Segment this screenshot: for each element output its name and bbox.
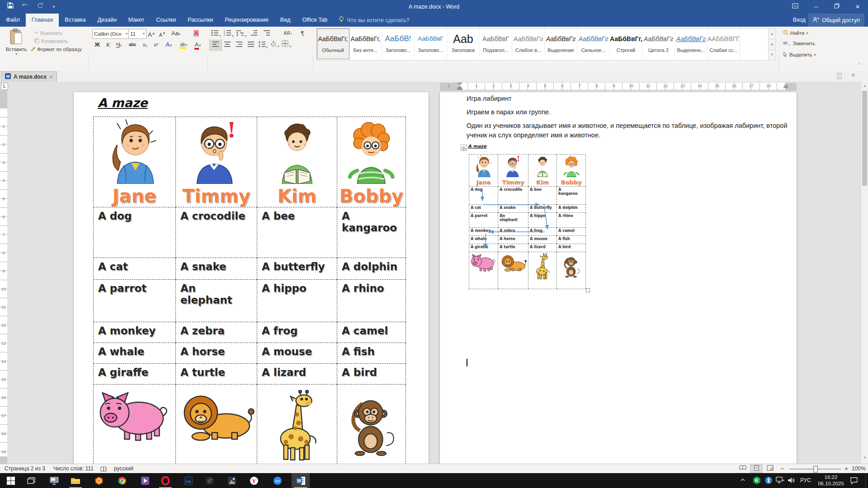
maze-cell-3-3[interactable]: A camel xyxy=(557,228,586,236)
maze-image-cell-lion[interactable] xyxy=(498,252,528,289)
styles-expand-icon[interactable]: ⇟ xyxy=(768,50,776,61)
timmy-kid-image[interactable] xyxy=(504,155,522,177)
align-center-button[interactable] xyxy=(222,40,233,50)
maze-image-cell-monkey[interactable] xyxy=(557,252,586,289)
horizontal-ruler[interactable]: 1 12345678910111213141516171819 xyxy=(440,83,797,90)
maze-cell-0-1[interactable]: A crocodile xyxy=(498,187,528,205)
bobby-kid-image[interactable] xyxy=(562,155,580,177)
maze-cell-3-0[interactable]: A monkey xyxy=(94,322,176,343)
language-indicator[interactable]: русский xyxy=(114,464,133,474)
taskbar-dark-app-icon[interactable] xyxy=(201,473,219,488)
pig-animal-image[interactable] xyxy=(96,389,173,442)
maze-cell-2-0[interactable]: A parrot xyxy=(94,280,176,322)
maze-cell-5-1[interactable]: A turtle xyxy=(176,364,257,385)
table-resize-handle[interactable] xyxy=(586,288,590,292)
page-3[interactable]: Игра лабиринт Играем в парах или группе.… xyxy=(440,92,797,464)
jane-kid-image[interactable] xyxy=(475,155,493,177)
style-item-0[interactable]: АаБбВвГг,Обычный xyxy=(317,28,349,59)
replace-button[interactable]: ab↔Заменить xyxy=(783,41,815,47)
style-item-6[interactable]: АаБбВвГгСлабое в... xyxy=(512,28,545,59)
underline-button[interactable]: Ч▾ xyxy=(113,40,125,49)
style-item-2[interactable]: АаБбВ!Заголово... xyxy=(382,28,415,59)
taskbar-potplayer-icon[interactable] xyxy=(136,473,154,488)
bold-button[interactable]: Ж xyxy=(92,40,102,49)
ribbon-tab-1[interactable]: Главная xyxy=(26,14,59,27)
change-case-button[interactable]: Аа▾ xyxy=(169,29,183,38)
kim-kid-image[interactable] xyxy=(533,155,552,177)
shrink-font-button[interactable]: А▼ xyxy=(157,29,167,38)
maze-image-cell-giraffe[interactable] xyxy=(257,385,337,464)
maze-cell-4-2[interactable]: A mouse xyxy=(257,343,337,364)
maze-header-cell-jane[interactable]: Jane xyxy=(469,155,498,187)
numbered-list-icon[interactable]: 123▾ xyxy=(222,29,235,38)
page3-subheading[interactable]: Играем в парах или группе. xyxy=(467,108,551,116)
tab-stop-selector[interactable]: L xyxy=(1,83,8,90)
align-right-button[interactable] xyxy=(233,40,245,50)
maze-cell-1-1[interactable]: A snake xyxy=(498,205,528,213)
maze-cell-0-2[interactable]: A bee xyxy=(257,207,337,258)
cut-button[interactable]: ✂Вырезать xyxy=(34,30,62,36)
style-item-11[interactable]: АаБбВвГгВыделенн... xyxy=(675,28,708,59)
giraffe-animal-image[interactable] xyxy=(533,253,552,279)
page3-heading[interactable]: Игра лабиринт xyxy=(467,95,512,102)
clear-formatting-button[interactable]: А xyxy=(190,29,203,38)
table-move-handle[interactable] xyxy=(461,145,467,151)
tray-expand-icon[interactable] xyxy=(740,477,746,484)
pig-animal-image[interactable] xyxy=(470,253,497,272)
maze-header-cell-bobby[interactable]: Bobby xyxy=(557,155,586,187)
paste-button[interactable]: Вставить ▾ xyxy=(3,28,30,56)
maze-cell-5-1[interactable]: A turtle xyxy=(498,244,528,252)
maze-cell-4-3[interactable]: A fish xyxy=(337,343,406,364)
taskbar-photo-app-icon[interactable] xyxy=(223,473,241,488)
ribbon-tab-7[interactable]: Рецензирование xyxy=(219,14,274,27)
strikethrough-button[interactable]: abc xyxy=(127,40,138,49)
maze-cell-2-0[interactable]: A parrot xyxy=(469,213,498,228)
maze-cell-2-3[interactable]: A rhino xyxy=(557,213,586,228)
taskbar-screen-app-icon[interactable] xyxy=(45,473,63,488)
ribbon-tab-file[interactable]: Файл xyxy=(0,14,26,27)
maze-header-cell-bobby[interactable]: Bobby xyxy=(337,117,406,207)
bullets-list-icon[interactable]: ▾ xyxy=(210,29,222,38)
maze-cell-3-3[interactable]: A camel xyxy=(337,322,406,343)
web-layout-icon[interactable] xyxy=(764,465,776,473)
maze-cell-0-2[interactable]: A bee xyxy=(528,187,557,205)
ribbon-display-options-icon[interactable] xyxy=(785,0,806,14)
ribbon-tab-3[interactable]: Дизайн xyxy=(92,14,123,27)
bluetooth-tray-icon[interactable] xyxy=(765,476,772,486)
close-button[interactable]: ✕ xyxy=(847,0,868,14)
taskbar-chrome-icon[interactable] xyxy=(113,473,131,488)
select-button[interactable]: Выделить▾ xyxy=(783,52,816,58)
maze-image-cell-giraffe[interactable] xyxy=(528,252,557,289)
collapse-ribbon-icon[interactable]: ⌃ xyxy=(857,63,861,67)
maze-cell-3-0[interactable]: A monkey xyxy=(469,228,498,236)
font-size-select[interactable]: 11▾ xyxy=(128,29,146,39)
shading-button[interactable]: ▾ xyxy=(269,40,280,50)
align-left-button[interactable] xyxy=(210,40,222,50)
style-item-12[interactable]: ААББВВГГ,Слабая сс... xyxy=(708,28,740,59)
maze-header-cell-jane[interactable]: Jane xyxy=(94,117,176,207)
action-center-icon[interactable] xyxy=(850,477,858,486)
volume-tray-icon[interactable] xyxy=(788,477,796,485)
taskbar-lightroom-icon[interactable]: Lrc xyxy=(179,473,198,488)
ribbon-tab-5[interactable]: Ссылки xyxy=(150,14,182,27)
maze-cell-2-3[interactable]: A rhino xyxy=(337,280,406,322)
taskbar-task-view-icon[interactable] xyxy=(22,473,40,488)
increase-indent-icon[interactable] xyxy=(260,29,273,38)
maze-cell-1-0[interactable]: A cat xyxy=(469,205,498,213)
maze-cell-1-1[interactable]: A snake xyxy=(176,258,257,280)
style-item-10[interactable]: АаБбВвГгЦитата 2 xyxy=(642,28,675,59)
line-spacing-button[interactable]: ▾ xyxy=(257,40,269,50)
maze-table[interactable]: JaneTimmyKimBobbyA dogA crocodileA beeA … xyxy=(93,117,406,464)
justify-button[interactable] xyxy=(245,40,257,50)
document-canvas[interactable]: L 1 12345678910111213141516171819 123456… xyxy=(0,82,868,464)
taskbar-word-icon[interactable]: W xyxy=(292,473,310,488)
ribbon-tab-8[interactable]: Вид xyxy=(274,14,297,27)
format-painter-button[interactable]: Формат по образцу xyxy=(30,46,82,52)
maze-cell-4-1[interactable]: A horse xyxy=(176,343,257,364)
vertical-scrollbar[interactable]: ▲ ▼ xyxy=(861,82,868,464)
maze-header-cell-timmy[interactable]: Timmy xyxy=(498,155,528,187)
ribbon-tab-6[interactable]: Рассылки xyxy=(182,14,219,27)
print-layout-icon[interactable] xyxy=(750,465,762,473)
ribbon-tab-2[interactable]: Вставка xyxy=(59,14,91,27)
grow-font-button[interactable]: А▲ xyxy=(146,29,156,38)
